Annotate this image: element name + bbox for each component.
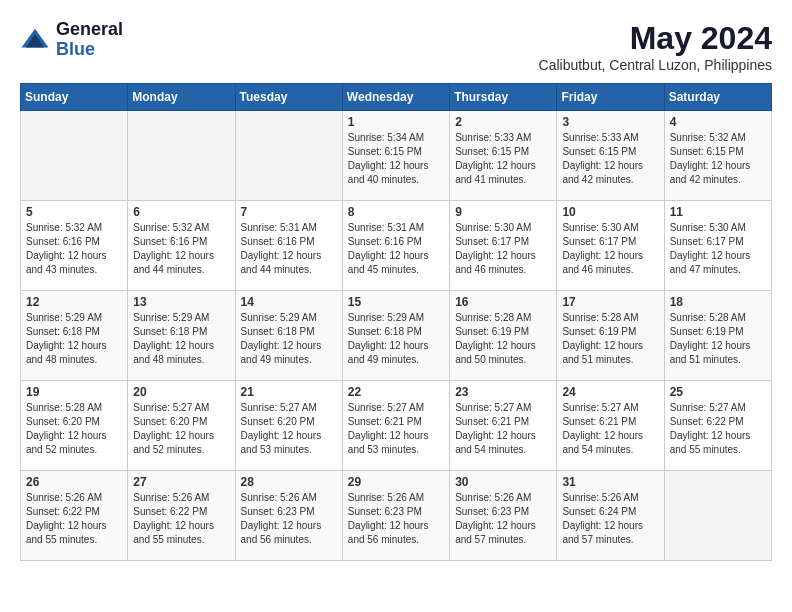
calendar-cell: 8Sunrise: 5:31 AM Sunset: 6:16 PM Daylig… [342,201,449,291]
day-info: Sunrise: 5:26 AM Sunset: 6:23 PM Dayligh… [348,491,444,547]
day-number: 25 [670,385,766,399]
header-tuesday: Tuesday [235,84,342,111]
day-number: 16 [455,295,551,309]
calendar-cell [128,111,235,201]
calendar-cell: 17Sunrise: 5:28 AM Sunset: 6:19 PM Dayli… [557,291,664,381]
day-info: Sunrise: 5:28 AM Sunset: 6:19 PM Dayligh… [670,311,766,367]
header-saturday: Saturday [664,84,771,111]
day-number: 23 [455,385,551,399]
page-header: General Blue May 2024 Calibutbut, Centra… [20,20,772,73]
day-number: 26 [26,475,122,489]
day-number: 15 [348,295,444,309]
day-number: 10 [562,205,658,219]
day-info: Sunrise: 5:30 AM Sunset: 6:17 PM Dayligh… [562,221,658,277]
day-number: 11 [670,205,766,219]
calendar-cell: 9Sunrise: 5:30 AM Sunset: 6:17 PM Daylig… [450,201,557,291]
day-number: 5 [26,205,122,219]
calendar-cell: 21Sunrise: 5:27 AM Sunset: 6:20 PM Dayli… [235,381,342,471]
day-info: Sunrise: 5:30 AM Sunset: 6:17 PM Dayligh… [670,221,766,277]
calendar-cell: 27Sunrise: 5:26 AM Sunset: 6:22 PM Dayli… [128,471,235,561]
calendar-cell: 5Sunrise: 5:32 AM Sunset: 6:16 PM Daylig… [21,201,128,291]
day-number: 3 [562,115,658,129]
calendar-cell: 22Sunrise: 5:27 AM Sunset: 6:21 PM Dayli… [342,381,449,471]
calendar-cell: 31Sunrise: 5:26 AM Sunset: 6:24 PM Dayli… [557,471,664,561]
day-number: 19 [26,385,122,399]
day-info: Sunrise: 5:26 AM Sunset: 6:22 PM Dayligh… [26,491,122,547]
day-info: Sunrise: 5:32 AM Sunset: 6:16 PM Dayligh… [26,221,122,277]
calendar-cell: 20Sunrise: 5:27 AM Sunset: 6:20 PM Dayli… [128,381,235,471]
day-info: Sunrise: 5:31 AM Sunset: 6:16 PM Dayligh… [241,221,337,277]
day-number: 14 [241,295,337,309]
calendar-cell: 16Sunrise: 5:28 AM Sunset: 6:19 PM Dayli… [450,291,557,381]
calendar-week-row: 12Sunrise: 5:29 AM Sunset: 6:18 PM Dayli… [21,291,772,381]
day-number: 18 [670,295,766,309]
header-sunday: Sunday [21,84,128,111]
day-number: 24 [562,385,658,399]
day-info: Sunrise: 5:27 AM Sunset: 6:21 PM Dayligh… [348,401,444,457]
day-number: 28 [241,475,337,489]
day-info: Sunrise: 5:33 AM Sunset: 6:15 PM Dayligh… [562,131,658,187]
day-info: Sunrise: 5:29 AM Sunset: 6:18 PM Dayligh… [348,311,444,367]
day-number: 4 [670,115,766,129]
day-number: 1 [348,115,444,129]
calendar-week-row: 1Sunrise: 5:34 AM Sunset: 6:15 PM Daylig… [21,111,772,201]
calendar-cell: 15Sunrise: 5:29 AM Sunset: 6:18 PM Dayli… [342,291,449,381]
calendar-cell: 23Sunrise: 5:27 AM Sunset: 6:21 PM Dayli… [450,381,557,471]
header-thursday: Thursday [450,84,557,111]
day-info: Sunrise: 5:27 AM Sunset: 6:22 PM Dayligh… [670,401,766,457]
calendar-cell [235,111,342,201]
header-wednesday: Wednesday [342,84,449,111]
day-info: Sunrise: 5:31 AM Sunset: 6:16 PM Dayligh… [348,221,444,277]
day-number: 12 [26,295,122,309]
day-info: Sunrise: 5:26 AM Sunset: 6:24 PM Dayligh… [562,491,658,547]
calendar-cell [21,111,128,201]
day-info: Sunrise: 5:29 AM Sunset: 6:18 PM Dayligh… [241,311,337,367]
logo-icon [20,25,50,55]
calendar-cell: 3Sunrise: 5:33 AM Sunset: 6:15 PM Daylig… [557,111,664,201]
calendar-cell: 26Sunrise: 5:26 AM Sunset: 6:22 PM Dayli… [21,471,128,561]
day-info: Sunrise: 5:28 AM Sunset: 6:20 PM Dayligh… [26,401,122,457]
day-number: 9 [455,205,551,219]
logo-blue-text: Blue [56,40,123,60]
day-info: Sunrise: 5:28 AM Sunset: 6:19 PM Dayligh… [562,311,658,367]
main-title: May 2024 [539,20,772,57]
day-info: Sunrise: 5:34 AM Sunset: 6:15 PM Dayligh… [348,131,444,187]
day-info: Sunrise: 5:27 AM Sunset: 6:20 PM Dayligh… [241,401,337,457]
calendar-week-row: 19Sunrise: 5:28 AM Sunset: 6:20 PM Dayli… [21,381,772,471]
header-monday: Monday [128,84,235,111]
day-number: 13 [133,295,229,309]
calendar-cell: 6Sunrise: 5:32 AM Sunset: 6:16 PM Daylig… [128,201,235,291]
day-info: Sunrise: 5:33 AM Sunset: 6:15 PM Dayligh… [455,131,551,187]
calendar-cell: 11Sunrise: 5:30 AM Sunset: 6:17 PM Dayli… [664,201,771,291]
header-friday: Friday [557,84,664,111]
calendar-table: SundayMondayTuesdayWednesdayThursdayFrid… [20,83,772,561]
calendar-cell [664,471,771,561]
day-number: 8 [348,205,444,219]
day-info: Sunrise: 5:26 AM Sunset: 6:23 PM Dayligh… [455,491,551,547]
calendar-week-row: 5Sunrise: 5:32 AM Sunset: 6:16 PM Daylig… [21,201,772,291]
day-info: Sunrise: 5:27 AM Sunset: 6:21 PM Dayligh… [562,401,658,457]
calendar-cell: 12Sunrise: 5:29 AM Sunset: 6:18 PM Dayli… [21,291,128,381]
day-info: Sunrise: 5:26 AM Sunset: 6:22 PM Dayligh… [133,491,229,547]
calendar-cell: 1Sunrise: 5:34 AM Sunset: 6:15 PM Daylig… [342,111,449,201]
subtitle: Calibutbut, Central Luzon, Philippines [539,57,772,73]
logo-general-text: General [56,20,123,40]
day-info: Sunrise: 5:32 AM Sunset: 6:16 PM Dayligh… [133,221,229,277]
day-info: Sunrise: 5:29 AM Sunset: 6:18 PM Dayligh… [26,311,122,367]
calendar-week-row: 26Sunrise: 5:26 AM Sunset: 6:22 PM Dayli… [21,471,772,561]
calendar-cell: 2Sunrise: 5:33 AM Sunset: 6:15 PM Daylig… [450,111,557,201]
calendar-cell: 13Sunrise: 5:29 AM Sunset: 6:18 PM Dayli… [128,291,235,381]
calendar-cell: 4Sunrise: 5:32 AM Sunset: 6:15 PM Daylig… [664,111,771,201]
calendar-cell: 28Sunrise: 5:26 AM Sunset: 6:23 PM Dayli… [235,471,342,561]
day-info: Sunrise: 5:26 AM Sunset: 6:23 PM Dayligh… [241,491,337,547]
calendar-cell: 29Sunrise: 5:26 AM Sunset: 6:23 PM Dayli… [342,471,449,561]
logo: General Blue [20,20,123,60]
day-info: Sunrise: 5:30 AM Sunset: 6:17 PM Dayligh… [455,221,551,277]
day-info: Sunrise: 5:32 AM Sunset: 6:15 PM Dayligh… [670,131,766,187]
calendar-header-row: SundayMondayTuesdayWednesdayThursdayFrid… [21,84,772,111]
calendar-cell: 25Sunrise: 5:27 AM Sunset: 6:22 PM Dayli… [664,381,771,471]
day-number: 22 [348,385,444,399]
day-number: 27 [133,475,229,489]
calendar-cell: 19Sunrise: 5:28 AM Sunset: 6:20 PM Dayli… [21,381,128,471]
day-info: Sunrise: 5:27 AM Sunset: 6:20 PM Dayligh… [133,401,229,457]
